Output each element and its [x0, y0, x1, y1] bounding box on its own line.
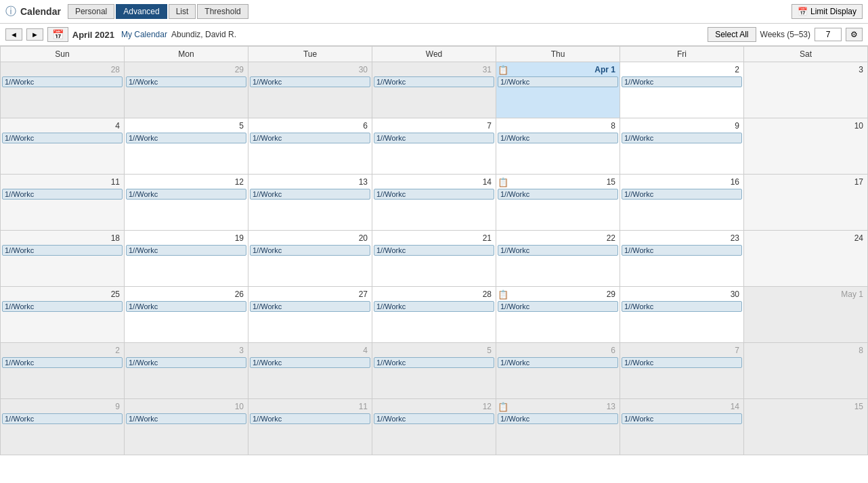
day-cell[interactable]: 15: [744, 399, 868, 455]
event-item[interactable]: 1//Workc: [250, 413, 370, 424]
day-cell[interactable]: 231//Workc: [620, 231, 744, 287]
day-cell[interactable]: 261//Workc: [125, 287, 248, 343]
day-cell[interactable]: 51//Workc: [372, 343, 496, 399]
day-cell[interactable]: 281//Workc: [1, 62, 125, 118]
event-item[interactable]: 1//Workc: [126, 133, 246, 143]
event-item[interactable]: 1//Workc: [498, 245, 618, 256]
cell-calendar-icon[interactable]: 📋: [498, 290, 508, 300]
event-item[interactable]: 1//Workc: [126, 76, 246, 87]
event-item[interactable]: 1//Workc: [622, 357, 742, 368]
my-calendar-link[interactable]: My Calendar: [121, 30, 167, 39]
day-cell[interactable]: 271//Workc: [248, 287, 372, 343]
day-cell[interactable]: 121//Workc: [125, 175, 248, 231]
day-cell[interactable]: 301//Workc: [620, 287, 744, 343]
select-all-button[interactable]: Select All: [708, 27, 756, 42]
day-cell[interactable]: 161//Workc: [620, 175, 744, 231]
prev-nav-button[interactable]: ◄: [5, 28, 22, 41]
event-item[interactable]: 1//Workc: [622, 413, 742, 424]
event-item[interactable]: 1//Workc: [622, 133, 742, 143]
day-cell[interactable]: 📋131//Workc: [496, 399, 620, 455]
event-item[interactable]: 1//Workc: [2, 245, 123, 256]
settings-button[interactable]: ⚙: [846, 28, 863, 41]
day-cell[interactable]: 8: [744, 343, 868, 399]
weeks-input[interactable]: [815, 28, 842, 41]
day-cell[interactable]: 61//Workc: [496, 343, 620, 399]
tab-list[interactable]: List: [169, 4, 196, 19]
calendar-picker-button[interactable]: 📅: [47, 27, 68, 42]
day-cell[interactable]: 81//Workc: [496, 118, 620, 175]
day-cell[interactable]: 41//Workc: [1, 118, 125, 175]
day-cell[interactable]: 91//Workc: [620, 118, 744, 175]
event-item[interactable]: 1//Workc: [250, 76, 370, 87]
help-icon[interactable]: ⓘ: [5, 5, 16, 19]
tab-advanced[interactable]: Advanced: [116, 4, 167, 19]
day-cell[interactable]: 121//Workc: [372, 399, 496, 455]
event-item[interactable]: 1//Workc: [374, 413, 494, 424]
event-item[interactable]: 1//Workc: [374, 357, 494, 368]
day-cell[interactable]: 141//Workc: [620, 399, 744, 455]
day-cell[interactable]: 181//Workc: [1, 231, 125, 287]
day-cell[interactable]: 301//Workc: [248, 62, 372, 118]
event-item[interactable]: 1//Workc: [250, 357, 370, 368]
event-item[interactable]: 1//Workc: [498, 413, 618, 424]
day-cell[interactable]: 141//Workc: [372, 175, 496, 231]
day-cell[interactable]: 21//Workc: [620, 62, 744, 118]
day-cell[interactable]: 3: [744, 62, 868, 118]
limit-display-button[interactable]: 📅 Limit Display: [791, 4, 863, 19]
day-cell[interactable]: 21//Workc: [1, 343, 125, 399]
event-item[interactable]: 1//Workc: [126, 413, 246, 424]
event-item[interactable]: 1//Workc: [622, 189, 742, 200]
event-item[interactable]: 1//Workc: [250, 189, 370, 200]
cell-calendar-icon[interactable]: 📋: [498, 402, 508, 412]
event-item[interactable]: 1//Workc: [250, 133, 370, 143]
event-item[interactable]: 1//Workc: [498, 189, 618, 200]
day-cell[interactable]: May 1: [744, 287, 868, 343]
day-cell[interactable]: 17: [744, 175, 868, 231]
event-item[interactable]: 1//Workc: [126, 357, 246, 368]
day-cell[interactable]: 201//Workc: [248, 231, 372, 287]
day-cell[interactable]: 📋Apr 11//Workc: [496, 62, 620, 118]
tab-personal[interactable]: Personal: [68, 4, 114, 19]
day-cell[interactable]: 📋291//Workc: [496, 287, 620, 343]
event-item[interactable]: 1//Workc: [2, 357, 123, 368]
event-item[interactable]: 1//Workc: [374, 76, 494, 87]
event-item[interactable]: 1//Workc: [126, 301, 246, 312]
day-cell[interactable]: 251//Workc: [1, 287, 125, 343]
event-item[interactable]: 1//Workc: [2, 189, 123, 200]
day-cell[interactable]: 311//Workc: [372, 62, 496, 118]
day-cell[interactable]: 71//Workc: [372, 118, 496, 175]
event-item[interactable]: 1//Workc: [374, 245, 494, 256]
event-item[interactable]: 1//Workc: [2, 413, 123, 424]
day-cell[interactable]: 24: [744, 231, 868, 287]
event-item[interactable]: 1//Workc: [622, 245, 742, 256]
day-cell[interactable]: 191//Workc: [125, 231, 248, 287]
cell-calendar-icon[interactable]: 📋: [498, 65, 508, 75]
event-item[interactable]: 1//Workc: [2, 301, 123, 312]
day-cell[interactable]: 131//Workc: [248, 175, 372, 231]
day-cell[interactable]: 📋151//Workc: [496, 175, 620, 231]
day-cell[interactable]: 291//Workc: [125, 62, 248, 118]
event-item[interactable]: 1//Workc: [622, 301, 742, 312]
event-item[interactable]: 1//Workc: [250, 245, 370, 256]
event-item[interactable]: 1//Workc: [2, 76, 123, 87]
day-cell[interactable]: 221//Workc: [496, 231, 620, 287]
day-cell[interactable]: 51//Workc: [125, 118, 248, 175]
day-cell[interactable]: 31//Workc: [125, 343, 248, 399]
event-item[interactable]: 1//Workc: [374, 301, 494, 312]
event-item[interactable]: 1//Workc: [622, 76, 742, 87]
event-item[interactable]: 1//Workc: [126, 189, 246, 200]
event-item[interactable]: 1//Workc: [498, 301, 618, 312]
cell-calendar-icon[interactable]: 📋: [498, 177, 508, 187]
day-cell[interactable]: 111//Workc: [1, 175, 125, 231]
day-cell[interactable]: 101//Workc: [125, 399, 248, 455]
day-cell[interactable]: 111//Workc: [248, 399, 372, 455]
event-item[interactable]: 1//Workc: [2, 133, 123, 143]
event-item[interactable]: 1//Workc: [498, 357, 618, 368]
next-nav-button[interactable]: ►: [26, 28, 43, 41]
day-cell[interactable]: 71//Workc: [620, 343, 744, 399]
day-cell[interactable]: 10: [744, 118, 868, 175]
tab-threshold[interactable]: Threshold: [197, 4, 248, 19]
day-cell[interactable]: 41//Workc: [248, 343, 372, 399]
event-item[interactable]: 1//Workc: [498, 76, 618, 87]
day-cell[interactable]: 91//Workc: [1, 399, 125, 455]
